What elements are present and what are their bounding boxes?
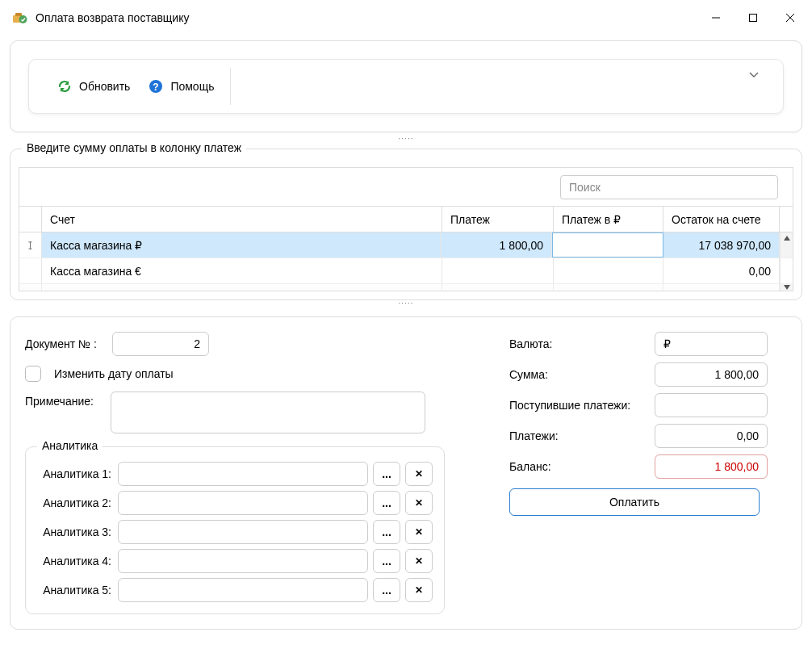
grid-header-payment-rub[interactable]: Платеж в ₽ [554, 207, 663, 232]
received-input[interactable] [655, 393, 768, 417]
cell-payment-rub[interactable] [553, 233, 663, 257]
analytics-label: Аналитика 1: [37, 467, 111, 480]
help-button[interactable]: ? Помощь [143, 75, 219, 98]
pay-button[interactable]: Оплатить [509, 488, 760, 516]
accounts-section: Введите сумму оплаты в колонку платеж Сч… [10, 149, 802, 300]
scrollbar[interactable] [780, 258, 793, 283]
grid-body: Касса магазина ₽ 1 800,00 17 038 970,00 … [19, 232, 793, 291]
currency-input[interactable] [655, 332, 768, 356]
row-icon [19, 258, 42, 283]
scroll-up-icon[interactable] [784, 232, 790, 244]
cell-account[interactable]: Касса магазина ₽ [42, 232, 441, 258]
svg-rect-4 [750, 15, 757, 22]
svg-rect-1 [15, 13, 22, 16]
analytics-browse-button[interactable]: ... [373, 491, 400, 515]
refresh-label: Обновить [79, 80, 130, 93]
analytics-input[interactable] [118, 491, 368, 515]
analytics-input[interactable] [118, 520, 368, 544]
accounts-section-title: Введите сумму оплаты в колонку платеж [22, 141, 246, 154]
doc-number-input[interactable] [112, 332, 209, 356]
grid-header: Счет Платеж Платеж в ₽ Остаток на счете [19, 207, 793, 232]
app-icon [11, 10, 27, 26]
row-edit-icon [19, 232, 42, 258]
form-right: Валюта: Сумма: Поступившие платежи: Плат… [509, 332, 787, 614]
analytics-input[interactable] [118, 578, 368, 602]
titlebar: Оплата возврата поставщику [0, 0, 812, 36]
cell-payment-rub[interactable] [554, 258, 663, 283]
analytics-title: Аналитика [37, 439, 103, 452]
toolbar: Обновить ? Помощь [28, 59, 784, 114]
analytics-browse-button[interactable]: ... [373, 578, 400, 602]
analytics-row: Аналитика 1: ... ✕ [37, 462, 433, 486]
analytics-browse-button[interactable]: ... [373, 462, 400, 486]
received-label: Поступившие платежи: [509, 399, 647, 412]
analytics-input[interactable] [118, 549, 368, 573]
analytics-label: Аналитика 3: [37, 526, 111, 538]
analytics-row: Аналитика 2: ... ✕ [37, 491, 433, 515]
analytics-input[interactable] [118, 462, 368, 486]
grid-header-scroll [780, 207, 793, 232]
grid-row[interactable]: Касса магазина ₽ 1 800,00 17 038 970,00 [19, 232, 793, 258]
grid-header-balance[interactable]: Остаток на счете [663, 207, 780, 232]
analytics-row: Аналитика 4: ... ✕ [37, 549, 433, 573]
analytics-clear-button[interactable]: ✕ [405, 549, 433, 573]
help-icon: ? [148, 78, 164, 94]
payments-input[interactable] [655, 424, 768, 448]
cell-account[interactable]: Касса магазина € [42, 258, 442, 283]
grid-header-account[interactable]: Счет [42, 207, 442, 232]
analytics-label: Аналитика 5: [37, 584, 111, 597]
payments-label: Платежи: [509, 429, 647, 442]
toolbar-expand-button[interactable] [739, 60, 768, 89]
cell-balance[interactable]: 17 038 970,00 [663, 232, 780, 258]
sum-input[interactable] [655, 362, 768, 387]
analytics-clear-button[interactable]: ✕ [405, 578, 433, 602]
window-title: Оплата возврата поставщику [36, 11, 697, 24]
analytics-browse-button[interactable]: ... [373, 549, 400, 573]
form-panel: Документ № : Изменить дату оплаты Примеч… [10, 316, 802, 630]
grid-header-icon[interactable] [19, 207, 42, 232]
balance-input[interactable] [655, 454, 768, 479]
maximize-button[interactable] [735, 5, 772, 31]
analytics-clear-button[interactable]: ✕ [405, 520, 433, 544]
form-left: Документ № : Изменить дату оплаты Примеч… [25, 332, 445, 614]
doc-number-label: Документ № : [25, 337, 106, 350]
analytics-row: Аналитика 3: ... ✕ [37, 520, 433, 544]
analytics-group: Аналитика Аналитика 1: ... ✕ Аналитика 2… [25, 446, 445, 614]
analytics-label: Аналитика 2: [37, 496, 111, 509]
minimize-button[interactable] [697, 5, 735, 31]
analytics-clear-button[interactable]: ✕ [405, 491, 433, 515]
change-date-checkbox[interactable] [25, 366, 41, 382]
cell-payment[interactable] [442, 258, 554, 283]
svg-point-2 [19, 15, 27, 23]
splitter-dots-2[interactable]: ····· [10, 300, 802, 310]
grid-search-row [19, 168, 793, 207]
toolbar-panel: Обновить ? Помощь [10, 40, 802, 132]
balance-label: Баланс: [509, 460, 647, 473]
scroll-down-icon[interactable] [784, 284, 790, 291]
grid-row[interactable]: Касса магазина € 0,00 [19, 258, 793, 284]
grid-header-payment[interactable]: Платеж [442, 207, 554, 232]
content-area: Обновить ? Помощь ····· [0, 36, 812, 639]
change-date-label: Изменить дату оплаты [54, 367, 174, 380]
scrollbar[interactable] [780, 232, 793, 258]
help-label: Помощь [170, 80, 214, 93]
cell-balance[interactable]: 0,00 [663, 258, 780, 283]
accounts-grid: Счет Платеж Платеж в ₽ Остаток на счете … [19, 167, 793, 291]
refresh-button[interactable]: Обновить [52, 75, 135, 98]
refresh-icon [57, 78, 73, 94]
analytics-browse-button[interactable]: ... [373, 520, 400, 544]
svg-marker-14 [784, 236, 790, 241]
grid-row-empty [19, 284, 793, 291]
analytics-row: Аналитика 5: ... ✕ [37, 578, 433, 602]
note-textarea[interactable] [111, 392, 425, 433]
note-label: Примечание: [25, 392, 106, 408]
currency-label: Валюта: [509, 337, 647, 350]
cell-payment[interactable]: 1 800,00 [441, 232, 552, 258]
svg-marker-15 [784, 285, 790, 290]
analytics-label: Аналитика 4: [37, 555, 111, 567]
close-button[interactable] [772, 5, 809, 31]
analytics-clear-button[interactable]: ✕ [405, 462, 433, 486]
search-input[interactable] [560, 175, 778, 199]
sum-label: Сумма: [509, 368, 647, 381]
toolbar-separator [230, 68, 231, 105]
